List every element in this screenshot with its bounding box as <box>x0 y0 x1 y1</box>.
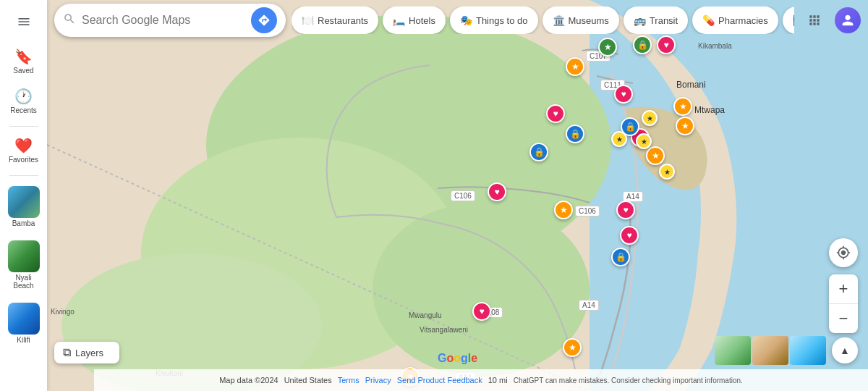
user-avatar[interactable] <box>835 7 861 33</box>
sidebar-item-nyali-label: Nyali Beach <box>7 274 41 290</box>
bamba-thumbnail <box>8 186 40 218</box>
recents-icon: 🕐 <box>14 88 33 105</box>
pin-orange-5[interactable]: ★ <box>554 201 573 219</box>
favorites-icon: ❤️ <box>14 137 33 154</box>
bottom-thumbnails <box>715 336 826 365</box>
filter-chips: 🍽️ Restaurants 🛏️ Hotels 🎭 Things to do … <box>292 7 794 34</box>
chip-things-to-do[interactable]: 🎭 Things to do <box>450 7 538 34</box>
pin-blue-1[interactable]: 🔒 <box>529 143 548 161</box>
sidebar-item-nyali-beach[interactable]: Nyali Beach <box>4 235 43 295</box>
sidebar-divider-1 <box>9 126 38 127</box>
chip-transit[interactable]: 🚌 Transit <box>624 7 688 34</box>
museums-icon: 🏛️ <box>553 14 565 26</box>
sidebar-item-bamba[interactable]: Bamba <box>4 180 43 233</box>
chip-museums[interactable]: 🏛️ Museums <box>542 7 619 34</box>
c106b-label: C106 <box>575 206 600 216</box>
map-region: United States <box>284 376 332 384</box>
sidebar: 🔖 Saved 🕐 Recents ❤️ Favorites Bamba Nya… <box>0 0 47 391</box>
sidebar-item-recents-label: Recents <box>10 106 37 114</box>
pharmacies-icon: 💊 <box>702 14 715 26</box>
locate-button[interactable] <box>829 238 858 267</box>
pin-blue-4[interactable]: 🔒 <box>611 248 630 266</box>
feedback-link[interactable]: Send Product Feedback <box>397 376 482 384</box>
layers-label: Layers <box>75 348 103 358</box>
atm-icon: 🏧 <box>793 14 794 26</box>
a14b-label: A14 <box>579 300 599 311</box>
pin-heart-2[interactable]: ♥ <box>546 104 565 123</box>
search-box <box>54 4 286 37</box>
pin-heart-7[interactable]: ♥ <box>620 226 639 245</box>
sidebar-item-saved-label: Saved <box>13 67 33 75</box>
expand-button[interactable]: ▲ <box>832 337 858 363</box>
chip-pharmacies[interactable]: 💊 Pharmacies <box>692 7 778 34</box>
nyali-beach-thumbnail <box>8 240 40 272</box>
chip-hotels[interactable]: 🛏️ Hotels <box>383 7 446 34</box>
pin-yellow-4[interactable]: ★ <box>642 110 658 126</box>
pin-orange-6[interactable]: ★ <box>563 338 582 357</box>
map-thumb-satellite[interactable] <box>715 336 751 365</box>
mtwapa-label: Mtwapa <box>694 105 725 115</box>
sidebar-item-favorites-label: Favorites <box>9 156 38 164</box>
layers-icon: ⧉ <box>63 346 71 359</box>
map-controls: + − <box>829 238 858 333</box>
sidebar-item-kilifi-label: Kilifi <box>17 336 30 344</box>
pin-yellow-3[interactable]: ★ <box>659 164 675 180</box>
sidebar-item-favorites[interactable]: ❤️ Favorites <box>4 131 43 169</box>
things-to-do-icon: 🎭 <box>460 14 472 26</box>
sidebar-divider-2 <box>9 175 38 176</box>
pin-heart-5[interactable]: ♥ <box>616 201 635 219</box>
bomani-label: Bomani <box>676 80 706 90</box>
kikambala-label: Kikambala <box>698 42 732 50</box>
chip-atm[interactable]: 🏧 ATMs <box>783 7 794 34</box>
topbar: 🍽️ Restaurants 🛏️ Hotels 🎭 Things to do … <box>47 0 868 41</box>
svg-point-4 <box>373 203 590 377</box>
pin-blue-2[interactable]: 🔒 <box>566 125 584 143</box>
pin-orange-1[interactable]: ★ <box>566 57 584 76</box>
menu-button[interactable] <box>9 7 38 36</box>
sidebar-item-recents[interactable]: 🕐 Recents <box>4 82 43 120</box>
hotels-icon: 🛏️ <box>393 14 405 26</box>
topbar-right <box>800 6 861 35</box>
pin-orange-2[interactable]: ★ <box>673 97 692 116</box>
transit-icon: 🚌 <box>634 14 646 26</box>
layers-button[interactable]: ⧉ Layers <box>54 342 119 363</box>
zoom-out-button[interactable]: − <box>829 304 858 333</box>
pin-heart-8[interactable]: ♥ <box>472 302 491 321</box>
pin-orange-3[interactable]: ★ <box>676 117 694 135</box>
map-thumb-transit[interactable] <box>790 336 826 365</box>
restaurants-icon: 🍽️ <box>302 14 314 26</box>
bottom-bar: Map data ©2024 United States Terms Priva… <box>94 369 868 391</box>
chip-restaurants[interactable]: 🍽️ Restaurants <box>292 7 378 34</box>
search-input[interactable] <box>82 14 245 27</box>
pin-yellow-1[interactable]: ★ <box>611 131 627 147</box>
map-thumb-terrain[interactable] <box>752 336 788 365</box>
vitsangalaweni-label: Vitsangalaweni <box>420 326 468 334</box>
sidebar-item-kilifi[interactable]: Kilifi <box>4 297 43 350</box>
kivingo-label: Kivingo <box>51 308 75 316</box>
chatgpt-note: ChatGPT can make mistakes. Consider chec… <box>514 377 743 384</box>
kilifi-thumbnail <box>8 303 40 335</box>
zoom-in-button[interactable]: + <box>829 274 858 303</box>
zoom-controls: + − <box>829 274 858 333</box>
pin-heart-6[interactable]: ♥ <box>488 182 506 201</box>
search-icon <box>63 12 76 29</box>
mwangulu-label: Mwangulu <box>409 311 442 319</box>
directions-button[interactable] <box>251 7 277 33</box>
pin-yellow-2[interactable]: ★ <box>636 133 652 149</box>
privacy-link[interactable]: Privacy <box>365 376 391 384</box>
apps-button[interactable] <box>800 6 829 35</box>
saved-icon: 🔖 <box>14 48 33 65</box>
scale-indicator: 10 mi <box>488 376 508 384</box>
sidebar-item-saved[interactable]: 🔖 Saved <box>4 42 43 80</box>
pin-heart-3[interactable]: ♥ <box>614 85 633 104</box>
google-logo: Google <box>438 352 477 365</box>
c106a-label: C106 <box>451 190 475 201</box>
map[interactable]: Bomani Mtwapa Kikambala Mwangulu Vitsang… <box>47 0 868 391</box>
terms-link[interactable]: Terms <box>338 376 359 384</box>
map-attribution: Map data ©2024 <box>219 376 278 384</box>
sidebar-item-bamba-label: Bamba <box>12 219 35 227</box>
